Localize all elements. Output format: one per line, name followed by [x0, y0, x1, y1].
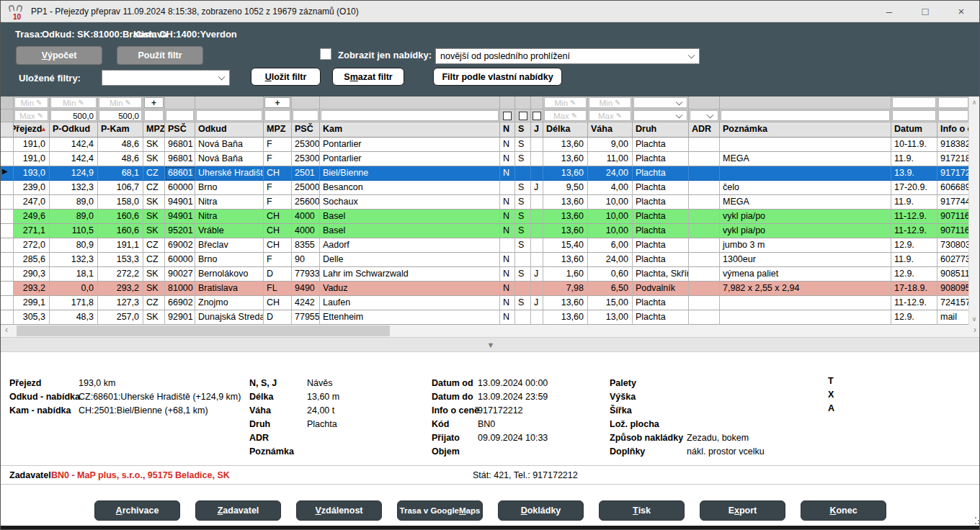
filter-delka-max[interactable]: Max✎ [544, 110, 587, 121]
zobrazit-jen-nabidky-checkbox[interactable] [320, 48, 331, 60]
table-row[interactable]: 249,689,0160,6SK94901NitraCH4000BaselNS1… [1, 210, 970, 224]
table-row[interactable]: ▶193,0124,968,1CZ68601Uherské HradištěCH… [1, 166, 970, 181]
trasa-v-google-maps-button[interactable]: Trasa v Google Maps [397, 500, 483, 521]
detail-group-loading: PaletyVýškaŠířkaLož. plochaZpůsob naklád… [610, 376, 765, 458]
filter-vaha-max[interactable]: Max✎ [589, 110, 631, 121]
table-row[interactable]: 299,1171,8127,3CZ66902ZnojmoCH4242Laufen… [1, 296, 970, 310]
zadavatel-button[interactable]: Zadavatel [195, 500, 281, 521]
table-row[interactable]: 272,080,9191,1CZ69002BřeclavCH8355Aadorf… [1, 238, 970, 253]
close-icon[interactable]: × [943, 1, 979, 22]
vypocet-button[interactable]: Výpočet [16, 46, 102, 65]
dokladky-button[interactable]: Dokládky [498, 500, 584, 521]
filter-odkud-input[interactable] [196, 110, 262, 121]
collapse-arrow-icon[interactable]: ▼ [487, 341, 495, 349]
minimize-icon[interactable]: – [871, 1, 907, 22]
filter-poznamka-input[interactable] [721, 110, 890, 121]
smazat-filtr-button[interactable]: Smazat filtr [332, 68, 404, 86]
detail-splitter[interactable]: ▼ [1, 337, 980, 352]
cell-s [515, 310, 531, 325]
konec-button[interactable]: Konec [801, 500, 886, 521]
col-header-druh[interactable]: Druh [633, 122, 689, 138]
tisk-button[interactable]: Tisk [599, 500, 685, 521]
cell-poznamka [720, 296, 891, 310]
detail-row: Váha24,00 t [249, 403, 339, 417]
filter-delka-min[interactable]: Min✎ [544, 97, 587, 108]
col-header-pkam[interactable]: P-Kam [98, 122, 143, 138]
cell-selector [1, 195, 14, 210]
table-row[interactable]: 290,318,1272,2SK90027BernolákovoD77933La… [1, 267, 970, 282]
filter-info-1[interactable] [938, 97, 968, 108]
filter-s-checkbox[interactable] [519, 112, 527, 120]
filter-info-2[interactable] [938, 110, 968, 121]
col-header-n[interactable]: N [500, 122, 515, 138]
filter-prejezd-min[interactable]: Min✎ [14, 97, 48, 108]
col-header-prejezd[interactable]: Přejezd▲ [14, 122, 50, 138]
filter-mpz2-input[interactable] [264, 110, 290, 121]
table-row[interactable]: 247,089,0158,0SK94901NitraF25600SochauxN… [1, 195, 970, 210]
filter-pkam-max[interactable]: 500,0 [99, 110, 142, 121]
col-header-s[interactable]: S [515, 122, 531, 138]
scroll-down-icon[interactable]: ∨ [969, 314, 979, 324]
scroll-right-icon[interactable]: › [969, 325, 980, 337]
col-header-poznamka[interactable]: Poznámka [720, 122, 891, 138]
resize-grip[interactable] [975, 517, 976, 518]
filter-mpz2-plus-button[interactable]: + [264, 97, 290, 108]
table-row[interactable]: 293,20,0293,2SK81000BratislavaFL9490Vadu… [1, 282, 970, 296]
table-row[interactable]: 305,348,3257,0SK92901Dunajská StredaD779… [1, 310, 970, 325]
nabidky-dropdown[interactable]: novější od posledního prohlížení [435, 48, 700, 64]
filter-psc1-input[interactable] [166, 110, 194, 121]
col-header-j[interactable]: J [531, 122, 543, 138]
filter-podkud-min[interactable]: Min✎ [50, 97, 97, 108]
col-header-psc1[interactable]: PSČ [165, 122, 195, 138]
filter-prejezd-max[interactable]: Max✎ [14, 110, 48, 121]
scroll-up-icon[interactable]: ∧ [969, 97, 979, 107]
col-header-datum[interactable]: Datum [891, 122, 937, 138]
filter-kam-input[interactable] [321, 110, 499, 121]
filter-podkud-max[interactable]: 500,0 [50, 110, 97, 121]
archivace-button[interactable]: Archivace [94, 500, 180, 521]
col-header-odkud[interactable]: Odkud [195, 122, 264, 138]
ulozit-filtr-button[interactable]: Uložit filtr [251, 68, 321, 86]
table-row[interactable]: 285,6132,3153,3CZ60000BrnoF90DelleN13,60… [1, 253, 970, 267]
filter-datum-1[interactable] [892, 97, 936, 108]
vzdalenost-button[interactable]: Vzdálenost [296, 500, 382, 521]
col-header-delka[interactable]: Délka [543, 122, 588, 138]
col-header-info[interactable]: Info o c [937, 122, 970, 138]
scroll-left-icon[interactable]: ‹ [1, 325, 12, 337]
ulozene-filtry-dropdown[interactable] [102, 70, 230, 86]
filter-druh-dropdown-2[interactable] [633, 110, 687, 121]
cell-psc2: 8355 [292, 238, 320, 253]
table-row[interactable]: 191,0142,448,6SK96801Nová BaňaF25300Pont… [1, 138, 970, 152]
col-header-mpz2[interactable]: MPZ [264, 122, 292, 138]
filter-j-checkbox[interactable] [533, 112, 541, 120]
export-button[interactable]: Export [700, 500, 785, 521]
filter-mpz1-plus-button[interactable]: + [144, 97, 164, 108]
vertical-scrollbar[interactable]: ∧ ∨ [968, 96, 979, 325]
cell-vaha: 9,00 [588, 138, 633, 152]
filter-pkam-min[interactable]: Min✎ [99, 97, 142, 108]
cell-datum: 12.9. [891, 267, 937, 282]
table-row[interactable]: 271,1110,5160,6SK95201VrábleCH4000BaselN… [1, 224, 970, 238]
col-header-psc2[interactable]: PSČ [292, 122, 320, 138]
filter-druh-dropdown-1[interactable] [633, 97, 687, 108]
col-header-podkud[interactable]: P-Odkud [50, 122, 98, 138]
filter-psc2-input[interactable] [293, 110, 318, 121]
table-row[interactable]: 239,0132,3106,7CZ60000BrnoF25000Besancon… [1, 181, 970, 195]
hscroll-thumb[interactable] [17, 325, 390, 336]
col-header-kam[interactable]: Kam [320, 122, 500, 138]
pouzit-filtr-button[interactable]: Použít filtr [117, 46, 203, 65]
cell-adr [689, 253, 720, 267]
filtr-vlastni-nabidky-button[interactable]: Filtr podle vlastní nabídky [433, 68, 562, 86]
table-row[interactable]: 191,0142,448,6SK96801Nová BaňaF25300Pont… [1, 152, 970, 166]
detail-row: Přijato09.09.2024 10:33 [432, 431, 548, 444]
maximize-icon[interactable]: □ [907, 1, 943, 22]
filter-n-checkbox[interactable] [503, 112, 512, 120]
filter-vaha-min[interactable]: Min✎ [589, 97, 631, 108]
filter-adr-dropdown[interactable] [690, 110, 718, 121]
col-header-adr[interactable]: ADR [689, 122, 720, 138]
filter-mpz1-input[interactable] [144, 110, 164, 121]
col-header-vaha[interactable]: Váha [588, 122, 633, 138]
horizontal-scrollbar[interactable]: ‹ › [1, 325, 980, 337]
filter-datum-2[interactable] [892, 110, 936, 121]
col-header-mpz1[interactable]: MPZ [143, 122, 165, 138]
